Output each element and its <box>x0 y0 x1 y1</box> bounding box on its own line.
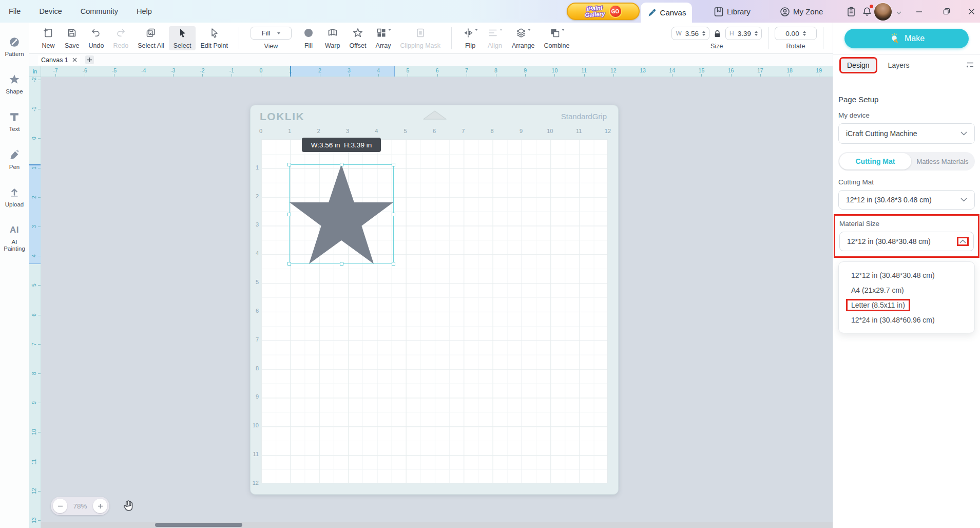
combine-icon <box>549 27 561 39</box>
offset-button[interactable]: Offset <box>344 26 371 50</box>
app-window: FileDeviceCommunityHelp iPaint Gallery G… <box>0 0 980 528</box>
sidebar-item-pen[interactable]: Pen <box>0 149 29 171</box>
clipping-mask-icon <box>415 27 426 39</box>
canvas-tab-label: Canvas <box>660 8 686 17</box>
resize-handle-top-right[interactable] <box>392 163 395 166</box>
sidebar-item-ai-painting[interactable]: AI AI Painting <box>0 224 29 252</box>
fill-button[interactable]: Fill <box>297 26 320 50</box>
canvas-document-tab[interactable]: Canvas 1 <box>38 55 80 65</box>
horizontal-scrollbar[interactable] <box>41 522 833 528</box>
notification-bell-icon[interactable] <box>861 6 872 17</box>
resize-handle-bottom-middle[interactable] <box>340 262 343 266</box>
tab-canvas[interactable]: Canvas <box>641 3 692 23</box>
ruler-number: 2 <box>318 67 321 73</box>
resize-handle-middle-left[interactable] <box>287 213 291 216</box>
rotate-stepper[interactable] <box>803 31 806 36</box>
size-label: Size <box>710 43 723 50</box>
save-button[interactable]: Save <box>60 26 84 50</box>
select-all-button[interactable]: Select All <box>133 26 168 50</box>
avatar[interactable] <box>874 3 892 21</box>
my-zone-icon <box>779 6 790 16</box>
selection-bounding-box[interactable] <box>289 164 394 264</box>
material-size-option[interactable]: 12*12 in (30.48*30.48 cm) <box>839 268 974 282</box>
notification-dot <box>870 5 873 8</box>
add-tab-button[interactable] <box>85 55 94 64</box>
resize-handle-top-middle[interactable] <box>340 163 343 166</box>
view-mode-select[interactable]: Fill <box>251 27 292 40</box>
flip-button[interactable]: Flip <box>458 26 483 50</box>
clipping-mask-button[interactable]: Clipping Mask <box>396 26 446 50</box>
close-tab-icon[interactable] <box>72 58 77 62</box>
width-stepper[interactable] <box>702 31 705 36</box>
caret-down-icon <box>499 29 503 32</box>
height-input[interactable]: H 3.39 <box>725 27 762 40</box>
tab-design[interactable]: Design <box>841 59 876 72</box>
material-size-option[interactable]: Letter (8.5x11 in) <box>839 297 974 312</box>
combine-button[interactable]: Combine <box>540 26 574 50</box>
sidebar-item-label: AI Painting <box>1 239 28 252</box>
toggle-cutting-mat[interactable]: Cutting Mat <box>839 153 911 169</box>
ruler-number: 11 <box>581 67 587 73</box>
cutting-mat-select[interactable]: 12*12 in (30.48*3 0.48 cm) <box>838 190 975 210</box>
ruler-number: 17 <box>757 67 763 73</box>
sidebar-item-upload[interactable]: Upload <box>0 186 29 208</box>
zoom-in-button[interactable] <box>93 499 107 513</box>
material-size-option[interactable]: A4 (21x29.7 cm) <box>839 282 974 297</box>
menu-item[interactable]: Community <box>81 7 118 15</box>
menu-item[interactable]: Help <box>137 7 152 15</box>
arrange-layers-icon <box>515 27 527 39</box>
select-button[interactable]: Select <box>169 26 196 50</box>
toggle-matless-materials[interactable]: Matless Materials <box>911 158 974 165</box>
window-minimize-button[interactable] <box>913 6 925 17</box>
sidebar-item-shape[interactable]: Shape <box>0 73 29 95</box>
avatar-chevron-icon[interactable] <box>893 7 905 18</box>
resize-handle-bottom-left[interactable] <box>287 262 291 266</box>
width-input[interactable]: W 3.56 <box>671 27 709 40</box>
mat-ruler-number: 9 <box>252 393 259 400</box>
collapse-panel-icon[interactable] <box>966 61 974 68</box>
horizontal-scrollbar-thumb[interactable] <box>155 523 242 527</box>
sidebar-item-pattern[interactable]: Pattern <box>0 36 29 58</box>
sidebar-item-text[interactable]: Text <box>0 111 29 133</box>
device-select[interactable]: iCraft Cutting Machine <box>838 123 975 144</box>
make-button[interactable]: Make <box>844 29 969 48</box>
pattern-icon <box>8 36 21 48</box>
ruler-number: 10 <box>552 67 558 73</box>
clipboard-icon[interactable] <box>845 6 856 17</box>
tab-library[interactable]: Library <box>713 0 751 23</box>
undo-button[interactable]: Undo <box>84 26 109 50</box>
tab-my-zone[interactable]: My Zone <box>779 0 823 23</box>
lock-ratio-icon[interactable] <box>713 29 722 38</box>
array-button[interactable]: Array <box>371 26 396 50</box>
menu-item[interactable]: Device <box>39 7 62 15</box>
ruler-number: 18 <box>786 67 793 73</box>
library-tab-label: Library <box>727 7 751 16</box>
redo-button[interactable]: Redo <box>108 26 133 50</box>
toolbar-divider <box>768 27 768 49</box>
tab-layers[interactable]: Layers <box>886 59 912 72</box>
edit-point-button[interactable]: Edit Point <box>196 26 233 50</box>
menu-item[interactable]: File <box>9 7 21 15</box>
array-grid-icon <box>376 27 387 39</box>
ruler-number: 9 <box>524 67 527 73</box>
ipaint-gallery-button[interactable]: iPaint Gallery GO <box>567 3 640 20</box>
window-close-button[interactable] <box>966 6 977 17</box>
ai-icon: AI <box>10 224 19 236</box>
resize-handle-bottom-right[interactable] <box>392 262 395 266</box>
material-size-select[interactable]: 12*12 in (30.48*30.48 cm) <box>839 232 974 251</box>
height-stepper[interactable] <box>755 31 758 36</box>
rotate-input[interactable]: 0.00 <box>775 27 817 40</box>
resize-handle-middle-right[interactable] <box>392 213 395 216</box>
cutting-mat: LOKLIK StandardGrip 0123456789101112 123… <box>250 105 619 495</box>
canvas-workspace[interactable]: LOKLIK StandardGrip 0123456789101112 123… <box>41 77 833 522</box>
window-restore-button[interactable] <box>941 6 952 17</box>
chevron-up-icon[interactable] <box>959 239 966 243</box>
make-button-label: Make <box>905 34 925 43</box>
material-size-option[interactable]: 12*24 in (30.48*60.96 cm) <box>839 312 974 327</box>
zoom-out-button[interactable] <box>53 499 67 513</box>
resize-handle-top-left[interactable] <box>287 163 291 166</box>
arrange-button[interactable]: Arrange <box>507 26 539 50</box>
align-button[interactable]: Align <box>483 26 507 50</box>
warp-button[interactable]: Warp <box>320 26 344 50</box>
new-button[interactable]: New <box>36 26 60 50</box>
